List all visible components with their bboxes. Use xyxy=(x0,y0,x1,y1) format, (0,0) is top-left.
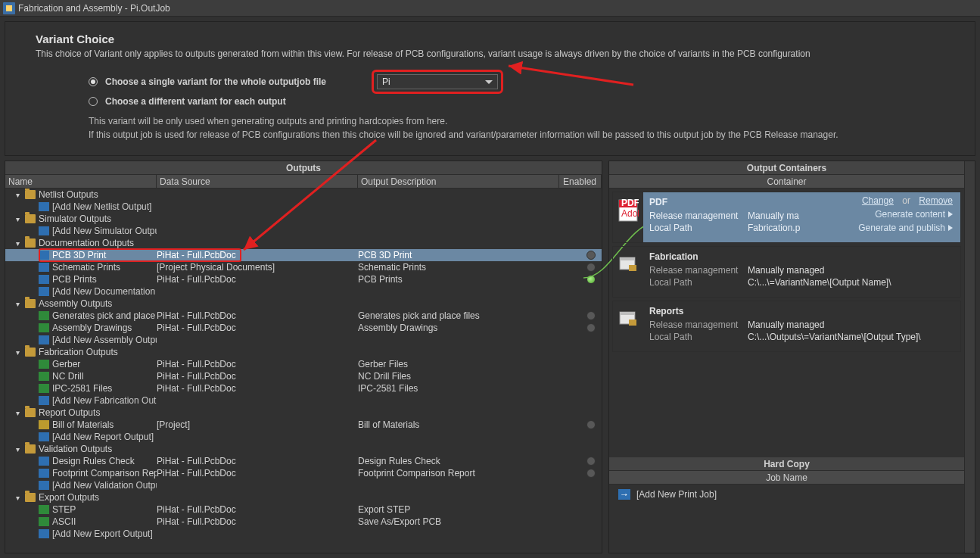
group-label: Export Outputs xyxy=(39,492,99,503)
svg-rect-11 xyxy=(620,312,635,315)
output-data-source: [Project Physical Documents] xyxy=(157,262,358,273)
add-output[interactable]: [Add New Netlist Output] xyxy=(5,201,602,213)
document-icon xyxy=(39,323,49,332)
enabled-dot[interactable] xyxy=(586,457,596,466)
output-group[interactable]: ▾Report Outputs xyxy=(5,407,602,419)
enabled-dot[interactable] xyxy=(586,311,596,320)
caret-down-icon[interactable]: ▾ xyxy=(16,445,22,454)
output-data-source: PiHat - Full.PcbDoc xyxy=(157,310,358,321)
caret-down-icon[interactable]: ▾ xyxy=(16,191,22,199)
output-row[interactable]: GerberPiHat - Full.PcbDocGerber Files xyxy=(5,358,602,370)
output-row[interactable]: Bill of Materials[Project]Bill of Materi… xyxy=(5,419,602,431)
add-output[interactable]: [Add New Fabrication Output] xyxy=(5,394,602,407)
add-print-job[interactable]: → [Add New Print Job] xyxy=(609,485,964,504)
scrollbar[interactable] xyxy=(964,161,975,553)
plus-icon xyxy=(39,396,49,405)
containers-body[interactable]: PDFAdobePDFRelease managementManually ma… xyxy=(609,189,964,457)
output-description: Gerber Files xyxy=(358,359,559,369)
enabled-dot[interactable] xyxy=(586,420,596,429)
output-group[interactable]: ▾Fabrication Outputs xyxy=(5,346,602,358)
enabled-dot[interactable] xyxy=(586,469,596,478)
caret-down-icon[interactable]: ▾ xyxy=(16,348,22,357)
output-group[interactable]: ▾Validation Outputs xyxy=(5,443,602,455)
output-row[interactable]: Generates pick and place filesPiHat - Fu… xyxy=(5,310,602,322)
col-data-source[interactable]: Data Source xyxy=(157,175,358,188)
output-row[interactable]: NC DrillPiHat - Full.PcbDocNC Drill File… xyxy=(5,370,602,382)
output-row[interactable]: Assembly DrawingsPiHat - Full.PcbDocAsse… xyxy=(5,322,602,334)
output-row[interactable]: Design Rules CheckPiHat - Full.PcbDocDes… xyxy=(5,455,602,467)
caret-down-icon[interactable]: ▾ xyxy=(16,215,22,223)
col-name[interactable]: Name xyxy=(5,175,157,188)
lp-label: Local Path xyxy=(649,277,748,288)
output-row[interactable]: PCB PrintsPiHat - Full.PcbDocPCB Prints xyxy=(5,273,602,285)
output-description: Bill of Materials xyxy=(358,419,559,430)
enabled-dot[interactable] xyxy=(586,275,596,284)
output-group[interactable]: ▾Netlist Outputs xyxy=(5,189,602,201)
rm-label: Release management xyxy=(649,320,748,330)
hardcopy-title: Hard Copy xyxy=(609,457,964,471)
add-output[interactable]: [Add New Simulator Output] xyxy=(5,225,602,237)
output-group[interactable]: ▾Export Outputs xyxy=(5,491,602,503)
enabled-dot[interactable] xyxy=(586,323,596,332)
radio-each-label: Choose a different variant for each outp… xyxy=(105,96,286,107)
document-icon xyxy=(39,457,49,466)
container-card-pdf[interactable]: PDFAdobePDFRelease managementManually ma… xyxy=(612,192,961,243)
radio-each-variant[interactable] xyxy=(89,97,98,106)
output-row[interactable]: IPC-2581 FilesPiHat - Full.PcbDocIPC-258… xyxy=(5,382,602,394)
caret-down-icon[interactable]: ▾ xyxy=(16,409,22,417)
folder-icon xyxy=(25,493,36,502)
document-icon xyxy=(39,420,49,429)
output-row[interactable]: Schematic Prints[Project Physical Docume… xyxy=(5,261,602,273)
output-row[interactable]: STEPPiHat - Full.PcbDocExport STEP xyxy=(5,503,602,516)
plus-icon xyxy=(39,481,49,490)
output-row[interactable]: PCB 3D PrintPiHat - Full.PcbDocPCB 3D Pr… xyxy=(5,249,602,261)
output-group[interactable]: ▾Assembly Outputs xyxy=(5,298,602,310)
outputs-panel: Outputs Name Data Source Output Descript… xyxy=(5,161,602,553)
outputs-body[interactable]: ▾Netlist Outputs[Add New Netlist Output]… xyxy=(5,189,602,553)
document-icon xyxy=(39,311,49,320)
add-output[interactable]: [Add New Assembly Output] xyxy=(5,334,602,346)
output-row[interactable]: ASCIIPiHat - Full.PcbDocSave As/Export P… xyxy=(5,516,602,528)
generate-content-link[interactable]: Generate content xyxy=(875,209,945,220)
caret-down-icon[interactable]: ▾ xyxy=(16,494,22,502)
rm-label: Release management xyxy=(649,210,748,221)
output-data-source: PiHat - Full.PcbDoc xyxy=(157,274,358,285)
output-group[interactable]: ▾Simulator Outputs xyxy=(5,213,602,225)
lp-label: Local Path xyxy=(649,223,748,233)
caret-down-icon[interactable]: ▾ xyxy=(16,239,22,248)
radio-single-variant[interactable] xyxy=(89,77,98,86)
output-name: PCB Prints xyxy=(52,274,97,285)
output-data-source: PiHat - Full.PcbDoc xyxy=(157,516,358,527)
rm-label: Release management xyxy=(649,265,748,276)
remove-link[interactable]: Remove xyxy=(919,195,953,206)
col-enabled[interactable]: Enabled xyxy=(559,175,602,188)
add-output[interactable]: [Add New Validation Output] xyxy=(5,479,602,491)
container-card-reports[interactable]: ReportsRelease managementManually manage… xyxy=(612,301,961,352)
output-data-source: PiHat - Full.PcbDoc xyxy=(157,383,358,394)
plus-icon xyxy=(39,335,49,344)
col-description[interactable]: Output Description xyxy=(358,175,559,188)
output-row[interactable]: Footprint Comparison ReportPiHat - Full.… xyxy=(5,467,602,479)
output-group[interactable]: ▾Documentation Outputs xyxy=(5,237,602,249)
plus-icon xyxy=(39,529,49,538)
output-name: ASCII xyxy=(52,516,76,527)
group-label: Validation Outputs xyxy=(39,444,112,454)
plus-icon xyxy=(39,287,49,296)
containers-panel: Output Containers Container PDFAdobePDFR… xyxy=(608,161,975,553)
output-name: Footprint Comparison Report xyxy=(52,468,157,479)
enabled-dot[interactable] xyxy=(586,263,596,272)
rm-value: Manually managed xyxy=(748,320,824,330)
document-icon xyxy=(39,469,49,478)
variant-dropdown[interactable]: Pi xyxy=(377,74,498,89)
folder-icon xyxy=(25,408,36,417)
enabled-dot[interactable] xyxy=(586,251,596,260)
add-output[interactable]: [Add New Report Output] xyxy=(5,431,602,443)
generate-publish-link[interactable]: Generate and publish xyxy=(858,223,945,233)
caret-down-icon[interactable]: ▾ xyxy=(16,300,22,308)
container-card-fabrication[interactable]: FabricationRelease managementManually ma… xyxy=(612,246,961,298)
change-link[interactable]: Change xyxy=(862,195,894,206)
group-label: Fabrication Outputs xyxy=(39,347,118,357)
card-title: Fabrication xyxy=(649,251,953,262)
add-output[interactable]: [Add New Export Output] xyxy=(5,528,602,540)
add-output[interactable]: [Add New Documentation Output] xyxy=(5,285,602,298)
